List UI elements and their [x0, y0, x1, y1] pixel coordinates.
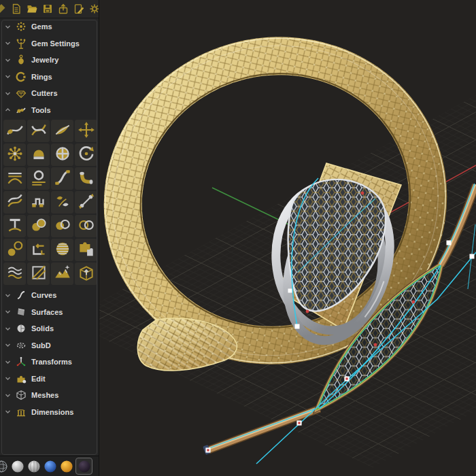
offset-curve-tool-button[interactable]	[3, 167, 26, 190]
circle-rotate-tool-button[interactable]	[75, 143, 97, 166]
twist-ribbon-tool-button[interactable]	[51, 191, 73, 214]
sidebar-item-label: Gem Settings	[31, 39, 80, 48]
pencil-tool-icon[interactable]	[0, 3, 6, 14]
cutters-icon	[16, 88, 27, 99]
stretch-tool-button[interactable]	[75, 191, 97, 214]
ring-base-tool-icon	[29, 168, 48, 190]
ring-base-tool-button[interactable]	[27, 167, 50, 190]
sidebar-item-cutters[interactable]: Cutters	[0, 85, 99, 102]
curve-point-tool-icon	[5, 120, 24, 142]
radial-array-tool-icon	[5, 144, 24, 166]
chevron-down-icon[interactable]	[5, 342, 11, 348]
sidebar-item-rings[interactable]: Rings	[0, 69, 99, 86]
control-point[interactable]	[288, 289, 292, 293]
sidebar-item-dimensions[interactable]: Dimensions	[0, 404, 99, 421]
connect-parts-tool-icon	[77, 239, 96, 261]
chevron-down-icon[interactable]	[5, 375, 11, 381]
merge-circles-tool-icon	[29, 216, 48, 237]
export-file-icon[interactable]	[58, 3, 69, 14]
circle-divide-tool-button[interactable]	[51, 143, 73, 166]
app-window: { "app": {"title": "Jewelry CAD workspac…	[0, 0, 476, 476]
double-curve-tool-button[interactable]	[3, 191, 26, 214]
settings-gear-icon[interactable]	[89, 3, 99, 14]
chevron-down-icon[interactable]	[5, 326, 11, 332]
point-highlight[interactable]	[361, 192, 364, 195]
sidebar-item-solids[interactable]: Solids	[0, 320, 99, 337]
sidebar: GemsGem SettingsJewelryRingsCutters Tool…	[0, 0, 99, 476]
sidebar-item-label: Curves	[31, 291, 56, 299]
boolean-intersect-tool-button[interactable]	[75, 215, 97, 237]
merge-circles-tool-button[interactable]	[27, 215, 50, 237]
control-point[interactable]	[470, 254, 475, 259]
control-point[interactable]	[295, 324, 300, 329]
wrap-sphere-tool-button[interactable]	[51, 239, 73, 261]
radial-array-tool-button[interactable]	[3, 143, 26, 166]
chevron-up-icon[interactable]	[5, 107, 11, 113]
point-highlight[interactable]	[412, 301, 415, 304]
control-point[interactable]	[296, 420, 301, 425]
shading-material-gold-sphere[interactable]	[59, 459, 73, 473]
curve-blend-tool-button[interactable]	[51, 120, 73, 142]
stretch-tool-icon	[77, 192, 96, 214]
trim-plane-tool-button[interactable]	[27, 262, 50, 285]
sidebar-item-curves[interactable]: Curves	[0, 287, 99, 304]
extrude-profile-tool-button[interactable]	[27, 239, 50, 261]
sidebar-item-edit[interactable]: Edit	[0, 371, 99, 388]
shading-matcap-sphere[interactable]	[27, 459, 41, 473]
sidebar-item-gem-settings[interactable]: Gem Settings	[0, 35, 99, 52]
array-cross-tool-button[interactable]	[75, 120, 97, 142]
spiral-curve-tool-icon	[53, 168, 72, 190]
point-highlight[interactable]	[306, 310, 309, 313]
rings-icon	[16, 71, 27, 82]
shading-material-blue-sphere[interactable]	[43, 459, 57, 473]
pipe-bend-tool-button[interactable]	[75, 167, 97, 190]
wave-surface-tool-button[interactable]	[3, 262, 26, 285]
curve-cross-tool-button[interactable]	[27, 120, 50, 142]
chevron-down-icon[interactable]	[5, 309, 11, 315]
chevron-down-icon[interactable]	[5, 392, 11, 398]
sidebar-item-gems[interactable]: Gems	[0, 18, 99, 35]
sidebar-item-surfaces[interactable]: Surfaces	[0, 304, 99, 321]
boolean-union-tool-button[interactable]	[51, 215, 73, 237]
shading-solid-sphere[interactable]	[10, 459, 24, 473]
sidebar-item-tools[interactable]: Tools	[0, 102, 99, 119]
sidebar-item-transforms[interactable]: Transforms	[0, 354, 99, 371]
new-file-icon[interactable]	[11, 3, 22, 14]
connect-parts-tool-button[interactable]	[75, 239, 97, 261]
anchor-profile-tool-button[interactable]	[3, 215, 26, 237]
spiral-curve-tool-button[interactable]	[51, 167, 73, 190]
shading-wireframe-sphere[interactable]	[0, 459, 8, 473]
terrain-displace-tool-button[interactable]	[51, 262, 73, 285]
save-file-icon[interactable]	[42, 3, 53, 14]
sidebar-item-subd[interactable]: SubD	[0, 337, 99, 354]
shading-rendered-sphere[interactable]	[75, 458, 92, 475]
control-point[interactable]	[205, 447, 210, 452]
sidebar-item-jewelry[interactable]: Jewelry	[0, 52, 99, 69]
chevron-down-icon[interactable]	[5, 40, 11, 46]
curve-point-tool-button[interactable]	[3, 120, 26, 142]
array-cross-tool-icon	[77, 120, 96, 142]
step-profile-tool-button[interactable]	[27, 191, 50, 214]
sidebar-item-meshes[interactable]: Meshes	[0, 387, 99, 404]
chevron-down-icon[interactable]	[5, 359, 11, 365]
chevron-down-icon[interactable]	[5, 292, 11, 299]
control-point[interactable]	[447, 241, 452, 245]
wave-surface-tool-icon	[5, 263, 24, 285]
control-point[interactable]	[344, 376, 349, 381]
chevron-down-icon[interactable]	[5, 73, 11, 80]
chevron-down-icon[interactable]	[5, 90, 11, 97]
unwrap-box-tool-button[interactable]	[75, 262, 97, 285]
meshes-icon	[16, 390, 27, 401]
chevron-down-icon[interactable]	[5, 409, 11, 415]
point-highlight[interactable]	[374, 343, 377, 347]
chevron-down-icon[interactable]	[5, 57, 11, 63]
sidebar-section-tools: Tools	[0, 102, 99, 119]
viewport-3d[interactable]	[99, 0, 476, 476]
chevron-down-icon[interactable]	[5, 24, 11, 30]
open-file-icon[interactable]	[27, 3, 37, 14]
gem-settings-icon	[16, 38, 27, 49]
cabochon-tool-button[interactable]	[27, 143, 50, 166]
gems-icon	[16, 21, 27, 32]
link-circles-tool-button[interactable]	[3, 239, 26, 261]
edit-file-icon[interactable]	[73, 3, 84, 14]
